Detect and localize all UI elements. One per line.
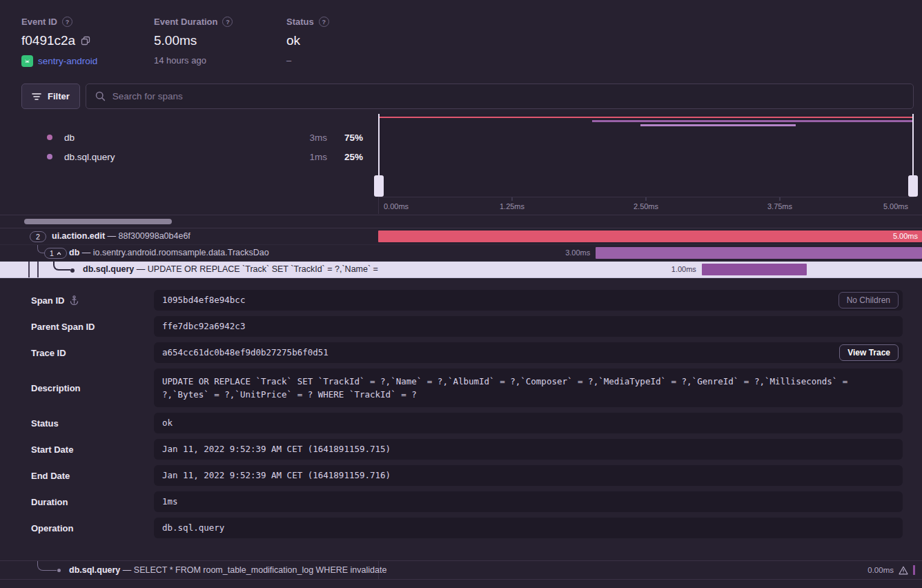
span-desc: io.sentry.android.roomsample.data.Tracks… — [93, 248, 269, 257]
detail-row-duration: Duration 1ms — [31, 491, 903, 512]
span-row-ui-action-edit[interactable]: 2 ui.action.edit — 88f300998a0b4e6f 5.00… — [0, 228, 922, 245]
warning-icon — [899, 566, 908, 575]
op-percent: 75% — [340, 133, 363, 143]
op-color-dot — [47, 135, 52, 140]
span-desc: UPDATE OR REPLACE `Track` SET `TrackId` … — [148, 264, 378, 274]
status-row-label: Status — [31, 418, 154, 429]
op-color-dot — [47, 154, 52, 159]
detail-row-parent-span-id: Parent Span ID ffe7dbc92a6942c3 — [31, 316, 903, 337]
help-icon[interactable] — [62, 17, 72, 27]
event-id-label: Event ID — [21, 17, 57, 27]
help-icon[interactable] — [222, 17, 233, 27]
span-row-db-sql-query-selected[interactable]: db.sql.query — UPDATE OR REPLACE `Track`… — [0, 262, 922, 278]
children-count-badge[interactable]: 1 — [44, 248, 67, 259]
span-duration-bar[interactable] — [702, 264, 807, 275]
detail-row-status: Status ok — [31, 413, 903, 433]
event-id-value: f0491c2a — [21, 33, 75, 48]
detail-row-end-date: End Date Jan 11, 2022 9:52:39 AM CET (16… — [31, 465, 903, 486]
event-duration-label: Event Duration — [154, 17, 217, 27]
span-search — [86, 84, 914, 109]
anchor-icon[interactable] — [70, 295, 79, 305]
copy-icon[interactable] — [81, 36, 90, 46]
detail-row-start-date: Start Date Jan 11, 2022 9:52:39 AM CET (… — [31, 439, 903, 460]
detail-row-description: Description UPDATE OR REPLACE `Track` SE… — [31, 369, 903, 407]
view-trace-button[interactable]: View Trace — [839, 344, 899, 361]
tree-scrollbar — [0, 215, 922, 228]
description-label: Description — [31, 383, 154, 393]
help-icon[interactable] — [319, 17, 329, 27]
axis-tick — [780, 197, 781, 201]
filter-icon — [32, 92, 41, 101]
op-duration: 3ms — [309, 133, 327, 143]
span-row-db[interactable]: 1 db — io.sentry.android.roomsample.data… — [0, 245, 922, 262]
legend-row-db-sql-query[interactable]: db.sql.query 1ms 25% — [0, 147, 378, 166]
end-date-field: Jan 11, 2022 9:52:39 AM CET (1641891159.… — [154, 465, 903, 486]
tree-connector — [37, 561, 57, 571]
tree-connector — [37, 245, 44, 253]
parent-span-id-field: ffe7dbc92a6942c3 — [154, 316, 903, 337]
span-desc: 88f300998a0b4e6f — [119, 231, 190, 241]
android-project-icon — [21, 55, 33, 67]
minimap-span-bar — [640, 124, 796, 126]
detail-row-span-id: Span ID 1095bd4ef8e94bcc No Children — [31, 290, 903, 311]
axis-label: 1.25ms — [500, 202, 524, 210]
duration-field: 1ms — [154, 491, 903, 512]
status-label: Status — [286, 17, 314, 27]
search-icon — [95, 91, 106, 101]
end-date-label: End Date — [31, 471, 154, 481]
op-duration: 1ms — [309, 152, 327, 162]
drag-grip[interactable] — [374, 175, 384, 197]
span-id-label: Span ID — [31, 295, 64, 306]
op-percent: 25% — [340, 152, 363, 162]
project-link[interactable]: sentry-android — [38, 56, 97, 66]
span-duration-label: 1.00ms — [671, 265, 696, 273]
trace-id-label: Trace ID — [31, 348, 154, 358]
filter-button[interactable]: Filter — [21, 84, 80, 109]
tree-guide-line — [37, 262, 39, 277]
span-duration-bar[interactable] — [596, 247, 922, 259]
event-id-block: Event ID f0491c2a se — [21, 17, 97, 67]
trace-id-field: a654cc61dc0b48ef9d0b27275b6f0d51 View Tr… — [154, 342, 903, 363]
span-op: db.sql.query — [69, 565, 120, 575]
spans-toolbar: Filter — [21, 84, 914, 109]
span-duration-label: 0.00ms — [867, 566, 894, 574]
tree-guide-line — [28, 262, 30, 277]
start-date-label: Start Date — [31, 444, 154, 455]
event-duration-value: 5.00ms — [154, 33, 197, 48]
event-age: 14 hours ago — [154, 55, 206, 66]
drag-grip[interactable] — [908, 175, 918, 197]
minimap-right-handle[interactable] — [912, 114, 914, 197]
span-details: Span ID 1095bd4ef8e94bcc No Children Par… — [31, 290, 903, 538]
trace-minimap[interactable] — [378, 114, 914, 197]
scrollbar-thumb[interactable] — [24, 219, 172, 224]
span-op: ui.action.edit — [52, 231, 105, 241]
axis-tick — [646, 197, 647, 201]
axis-label: 2.50ms — [634, 202, 658, 210]
minimap-span-bar — [378, 117, 914, 118]
axis-label: 5.00ms — [883, 202, 908, 210]
span-tree: 2 ui.action.edit — 88f300998a0b4e6f 5.00… — [0, 228, 922, 278]
time-axis: 0.00ms 1.25ms 2.50ms 3.75ms 5.00ms — [378, 197, 914, 214]
search-input[interactable] — [112, 91, 904, 101]
span-id-field: 1095bd4ef8e94bcc No Children — [154, 290, 903, 311]
chevron-up-icon — [57, 252, 61, 255]
span-node-dot — [70, 268, 75, 273]
event-header: Event ID f0491c2a se — [0, 0, 922, 77]
status-value: ok — [286, 33, 300, 48]
operation-field: db.sql.query — [154, 518, 903, 538]
detail-row-operation: Operation db.sql.query — [31, 518, 903, 538]
axis-label: 0.00ms — [384, 202, 409, 210]
minimap-left-handle[interactable] — [378, 114, 380, 197]
no-children-button[interactable]: No Children — [838, 292, 899, 308]
detail-row-trace-id: Trace ID a654cc61dc0b48ef9d0b27275b6f0d5… — [31, 342, 903, 363]
op-label: db — [64, 133, 309, 143]
span-duration-bar[interactable]: 5.00ms — [378, 231, 922, 242]
legend-row-db[interactable]: db 3ms 75% — [0, 128, 378, 147]
status-block: Status ok – — [286, 17, 329, 66]
children-count-badge[interactable]: 2 — [30, 231, 46, 242]
span-row-db-sql-query-select[interactable]: db.sql.query — SELECT * FROM room_table_… — [0, 560, 922, 580]
description-field: UPDATE OR REPLACE `Track` SET `TrackId` … — [154, 369, 903, 407]
op-label: db.sql.query — [64, 152, 309, 162]
span-duration-label: 3.00ms — [565, 248, 590, 257]
minimap-span-bar — [592, 120, 914, 122]
